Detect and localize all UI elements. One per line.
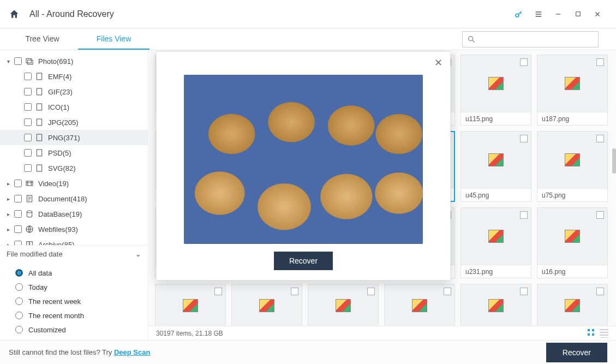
file-card[interactable]: u16.png	[537, 207, 608, 278]
card-checkbox[interactable]	[520, 211, 528, 219]
view-list-icon[interactable]	[600, 329, 608, 338]
chevron-right-icon[interactable]: ▸	[4, 195, 12, 202]
radio-custom[interactable]	[15, 326, 23, 333]
chevron-down-icon[interactable]: ▾	[4, 57, 12, 65]
file-card[interactable]	[460, 284, 531, 327]
file-card[interactable]: u231.png	[460, 207, 531, 278]
archive-icon	[25, 240, 34, 245]
titlebar: All - Around Recovery	[0, 0, 616, 28]
checkbox-archive[interactable]	[14, 241, 22, 245]
key-icon[interactable]	[509, 5, 529, 23]
card-checkbox[interactable]	[444, 288, 451, 295]
card-checkbox[interactable]	[520, 58, 528, 66]
file-card[interactable]	[308, 284, 379, 327]
image-placeholder-icon	[259, 299, 274, 312]
filter-options: All data Today The recent week The recen…	[0, 262, 148, 340]
checkbox-svg[interactable]	[24, 164, 32, 172]
tree-node-png[interactable]: PNG(371)	[0, 130, 148, 145]
minimize-button[interactable]	[548, 5, 568, 23]
radio-week[interactable]	[15, 297, 23, 305]
preview-dialog: ✕ Recover	[156, 51, 451, 281]
tree-node-document[interactable]: ▸Document(418)	[0, 191, 148, 206]
checkbox-emf[interactable]	[24, 73, 32, 80]
tree-node-webfiles[interactable]: ▸Webfiles(93)	[0, 222, 148, 237]
filter-option-today[interactable]: Today	[15, 280, 141, 294]
tree-node-archive[interactable]: ▸Archive(85)	[0, 237, 148, 245]
radio-today[interactable]	[15, 283, 23, 291]
file-card[interactable]: u75.png	[537, 131, 608, 202]
close-button[interactable]	[588, 5, 607, 23]
tree-node-database[interactable]: ▸DataBase(19)	[0, 206, 148, 222]
content-area: u115.png u187.png u45.png u75.png u231.p…	[148, 50, 616, 340]
tab-files-view[interactable]: Files View	[78, 29, 149, 50]
tree-node-video[interactable]: ▸Video(19)	[0, 176, 148, 191]
file-card[interactable]	[537, 284, 608, 327]
tree-node-photo[interactable]: ▾ Photo(691)	[0, 53, 148, 69]
card-checkbox[interactable]	[367, 288, 375, 295]
radio-month[interactable]	[15, 312, 23, 319]
filter-header[interactable]: File modified date ⌄	[0, 245, 148, 262]
checkbox-jpg[interactable]	[24, 118, 32, 126]
card-checkbox[interactable]	[596, 211, 604, 219]
preview-recover-button[interactable]: Recover	[274, 252, 333, 270]
checkbox-photo[interactable]	[14, 57, 22, 65]
radio-all[interactable]	[15, 269, 23, 277]
card-checkbox[interactable]	[214, 288, 222, 295]
menu-icon[interactable]	[529, 5, 548, 23]
card-checkbox[interactable]	[596, 135, 604, 142]
tab-tree-view[interactable]: Tree View	[7, 29, 78, 50]
file-name: u187.png	[537, 112, 607, 125]
checkbox-gif[interactable]	[24, 88, 32, 96]
checkbox-webfiles[interactable]	[14, 225, 22, 233]
tree-label: ICO(1)	[48, 103, 69, 111]
filter-option-month[interactable]: The recent month	[15, 308, 141, 323]
card-checkbox[interactable]	[520, 288, 528, 295]
maximize-button[interactable]	[568, 5, 588, 23]
tree-node-ico[interactable]: ICO(1)	[0, 99, 148, 115]
search-icon	[467, 35, 476, 44]
recover-button[interactable]: Recover	[546, 343, 607, 362]
image-placeholder-icon	[565, 77, 580, 90]
filter-option-label: All data	[28, 269, 52, 277]
deep-scan-link[interactable]: Deep Scan	[114, 348, 150, 356]
file-icon	[35, 72, 44, 81]
filter-option-all[interactable]: All data	[15, 266, 141, 280]
search-input[interactable]	[479, 35, 594, 44]
file-icon	[35, 133, 44, 142]
card-checkbox[interactable]	[520, 135, 528, 142]
tree-node-emf[interactable]: EMF(4)	[0, 69, 148, 84]
chevron-right-icon[interactable]: ▸	[4, 241, 12, 245]
chevron-right-icon[interactable]: ▸	[4, 180, 12, 187]
checkbox-psd[interactable]	[24, 149, 32, 157]
scrollbar-thumb[interactable]	[612, 148, 616, 174]
chevron-right-icon[interactable]: ▸	[4, 210, 12, 218]
tree-node-psd[interactable]: PSD(5)	[0, 145, 148, 160]
checkbox-document[interactable]	[14, 195, 22, 202]
filter-option-week[interactable]: The recent week	[15, 294, 141, 308]
svg-point-2	[469, 37, 473, 41]
card-checkbox[interactable]	[596, 288, 604, 295]
file-card[interactable]: u45.png	[460, 131, 531, 202]
tree-node-jpg[interactable]: JPG(205)	[0, 115, 148, 130]
checkbox-png[interactable]	[24, 134, 32, 141]
card-checkbox[interactable]	[291, 288, 298, 295]
card-checkbox[interactable]	[596, 58, 604, 66]
file-name: u75.png	[537, 188, 607, 201]
file-card[interactable]: u115.png	[460, 55, 531, 126]
file-card[interactable]	[155, 284, 226, 327]
tree-label: SVG(82)	[48, 164, 76, 172]
tree-node-gif[interactable]: GIF(23)	[0, 84, 148, 99]
search-box[interactable]	[462, 31, 599, 47]
tree-node-svg[interactable]: SVG(82)	[0, 160, 148, 176]
checkbox-database[interactable]	[14, 210, 22, 218]
file-card[interactable]: u187.png	[537, 55, 608, 126]
file-card[interactable]	[384, 284, 455, 327]
checkbox-video[interactable]	[14, 180, 22, 187]
file-card[interactable]	[231, 284, 302, 327]
close-icon[interactable]: ✕	[432, 56, 445, 69]
chevron-right-icon[interactable]: ▸	[4, 225, 12, 233]
filter-option-custom[interactable]: Customized	[15, 323, 141, 337]
checkbox-ico[interactable]	[24, 103, 32, 111]
home-icon[interactable]	[9, 9, 20, 20]
view-grid-icon[interactable]	[585, 329, 594, 338]
